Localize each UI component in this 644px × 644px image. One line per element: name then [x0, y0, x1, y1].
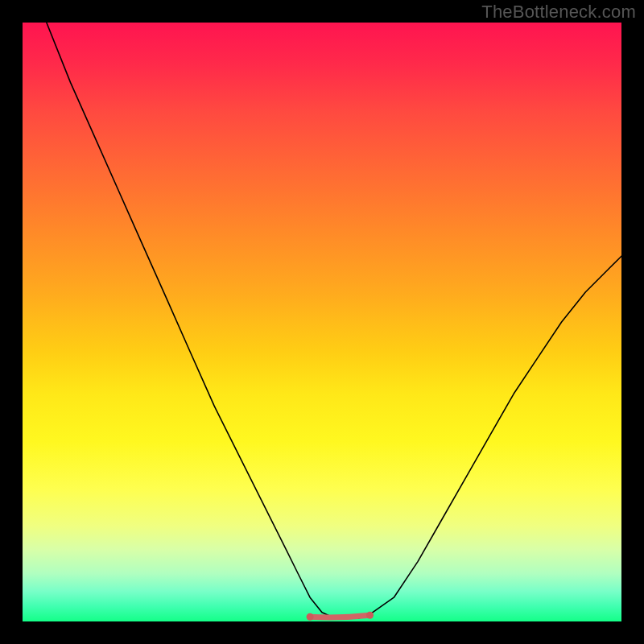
- bottleneck-curve: [47, 23, 621, 618]
- trough-end-dot-right: [366, 612, 374, 619]
- curve-layer: [23, 23, 621, 621]
- chart-area: [23, 23, 621, 621]
- trough-highlight: [310, 615, 369, 617]
- trough-end-dot-left: [307, 613, 314, 621]
- watermark-text: TheBottleneck.com: [481, 2, 636, 23]
